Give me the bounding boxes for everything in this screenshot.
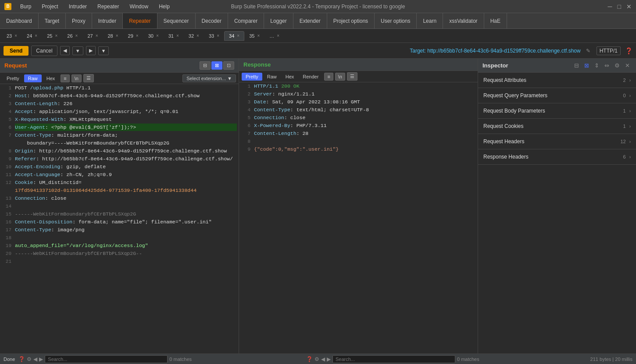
repeater-tab-24[interactable]: 24 × <box>22 31 42 41</box>
response-fmt-newline[interactable]: \n <box>335 73 345 81</box>
menu-window[interactable]: Window <box>128 3 150 11</box>
close-tab-icon[interactable]: × <box>96 33 98 38</box>
response-fmt-hex[interactable]: Hex <box>282 73 298 81</box>
menu-burp[interactable]: Burp <box>18 3 33 11</box>
request-code-area[interactable]: 1POST /upload.php HTTP/1.12Host: b65bb7c… <box>0 84 239 353</box>
close-tab-icon[interactable]: × <box>277 33 279 38</box>
repeater-tab-26[interactable]: 26 × <box>62 31 82 41</box>
cancel-button[interactable]: Cancel <box>31 46 57 56</box>
repeater-tab-30[interactable]: 30 × <box>143 31 164 41</box>
prev-button[interactable]: ◀ <box>60 46 70 55</box>
nav-tab-sequencer[interactable]: Sequencer <box>157 13 196 28</box>
send-button[interactable]: Send <box>4 46 29 56</box>
close-tab-icon[interactable]: × <box>136 33 139 38</box>
request-search-help[interactable]: ❓ <box>18 356 25 362</box>
close-tab-icon[interactable]: × <box>116 33 118 38</box>
close-tab-icon[interactable]: × <box>197 33 199 38</box>
close-tab-icon[interactable]: × <box>156 33 159 38</box>
inspector-settings[interactable]: ⚙ <box>613 61 622 70</box>
help-icon[interactable]: ❓ <box>625 47 632 54</box>
close-tab-icon[interactable]: × <box>75 33 78 38</box>
close-tab-icon[interactable]: × <box>14 33 17 38</box>
response-fmt-menu[interactable]: ☰ <box>347 72 357 81</box>
request-fmt-newline[interactable]: \n <box>71 74 82 82</box>
nav-tab-decoder[interactable]: Decoder <box>196 13 228 28</box>
menu-help[interactable]: Help <box>157 3 172 11</box>
response-fmt-raw[interactable]: Raw <box>263 73 281 81</box>
response-search-help[interactable]: ❓ <box>306 356 313 362</box>
nav-tab-project-options[interactable]: Project options <box>327 13 375 28</box>
select-extension-button[interactable]: Select extension... ▼ <box>182 74 236 82</box>
request-view-split-v[interactable]: ⊟ <box>200 61 211 70</box>
request-fmt-hex[interactable]: Hex <box>43 74 59 82</box>
close-tab-icon[interactable]: × <box>217 33 219 38</box>
nav-tab-repeater[interactable]: Repeater <box>123 13 157 28</box>
menu-intruder[interactable]: Intruder <box>67 3 89 11</box>
maximize-button[interactable]: □ <box>618 3 621 10</box>
response-fmt-pretty[interactable]: Pretty <box>242 73 262 81</box>
close-tab-icon[interactable]: × <box>257 33 260 38</box>
nav-tab-hae[interactable]: HaE <box>484 13 507 28</box>
close-tab-icon[interactable]: × <box>55 33 57 38</box>
minimize-button[interactable]: ─ <box>608 3 612 10</box>
inspector-align[interactable]: ⇕ <box>593 61 601 70</box>
request-fmt-menu[interactable]: ☰ <box>83 74 94 82</box>
inspector-section-header[interactable]: Request Body Parameters 1 › <box>478 103 636 118</box>
inspector-section-header[interactable]: Request Headers 12 › <box>478 134 636 149</box>
response-fmt-render[interactable]: Render <box>299 73 322 81</box>
request-search-input[interactable] <box>45 355 168 363</box>
nav-tab-xssvalidator[interactable]: xssValidator <box>443 13 484 28</box>
nav-tab-learn[interactable]: Learn <box>417 13 443 28</box>
repeater-tab-31[interactable]: 31 × <box>164 31 184 41</box>
response-search-prev[interactable]: ◀ <box>321 356 325 362</box>
inspector-icon-2[interactable]: ⊠ <box>582 61 591 70</box>
request-search-prev[interactable]: ◀ <box>33 356 37 362</box>
next-button[interactable]: ▶ <box>86 46 96 55</box>
request-fmt-pretty[interactable]: Pretty <box>3 74 23 82</box>
nav-dropdown[interactable]: ▼ <box>72 46 83 55</box>
response-code-area[interactable]: 1HTTP/1.1 200 OK2Server: nginx/1.21.13Da… <box>239 82 478 353</box>
request-fmt-table[interactable]: ≡ <box>61 74 69 82</box>
request-fmt-raw[interactable]: Raw <box>24 74 42 82</box>
inspector-icon-1[interactable]: ⊟ <box>572 61 581 70</box>
nav-tab-dashboard[interactable]: Dashboard <box>0 13 39 28</box>
request-view-split-h[interactable]: ⊠ <box>211 61 222 70</box>
repeater-tab-29[interactable]: 29 × <box>123 31 143 41</box>
repeater-tab-23[interactable]: 23 × <box>2 31 22 41</box>
request-view-single[interactable]: ⊡ <box>223 61 234 70</box>
http-version[interactable]: HTTP/1 <box>597 46 621 55</box>
repeater-tab-35[interactable]: 35 × <box>244 31 264 41</box>
repeater-tab-25[interactable]: 25 × <box>42 31 62 41</box>
close-tab-icon[interactable]: × <box>237 33 239 38</box>
repeater-tab-33[interactable]: 33 × <box>204 31 224 41</box>
close-button[interactable]: ✕ <box>626 3 632 10</box>
repeater-tab-27[interactable]: 27 × <box>82 31 103 41</box>
edit-icon[interactable]: ✎ <box>586 48 590 54</box>
menu-repeater[interactable]: Repeater <box>96 3 121 11</box>
nav-tab-target[interactable]: Target <box>39 13 66 28</box>
inspector-section-header[interactable]: Request Cookies 1 › <box>478 119 636 134</box>
response-search-next[interactable]: ▶ <box>327 356 331 362</box>
nav-tab-extender[interactable]: Extender <box>293 13 327 28</box>
inspector-collapse[interactable]: ⇔ <box>603 61 611 70</box>
repeater-tab-28[interactable]: 28 × <box>103 31 123 41</box>
inspector-section-header[interactable]: Request Query Parameters 0 › <box>478 88 636 103</box>
menu-project[interactable]: Project <box>40 3 60 11</box>
inspector-close[interactable]: ✕ <box>623 61 632 70</box>
repeater-tab-32[interactable]: 32 × <box>184 31 204 41</box>
nav-tab-user-options[interactable]: User options <box>375 13 417 28</box>
response-fmt-table[interactable]: ≡ <box>324 73 333 81</box>
close-tab-icon[interactable]: × <box>35 33 37 38</box>
nav-tab-intruder[interactable]: Intruder <box>92 13 123 28</box>
nav-tab-comparer[interactable]: Comparer <box>228 13 264 28</box>
inspector-section-header[interactable]: Request Attributes 2 › <box>478 73 636 88</box>
repeater-tab-34[interactable]: 34 × <box>224 31 244 41</box>
close-tab-icon[interactable]: × <box>176 33 179 38</box>
nav-tab-proxy[interactable]: Proxy <box>66 13 92 28</box>
request-search-next[interactable]: ▶ <box>39 356 43 362</box>
inspector-section-header[interactable]: Response Headers 6 › <box>478 149 636 164</box>
response-search-settings[interactable]: ⚙ <box>314 356 319 362</box>
request-search-settings[interactable]: ⚙ <box>27 356 32 362</box>
repeater-tab-…[interactable]: … × <box>264 31 284 41</box>
next-dropdown[interactable]: ▼ <box>98 46 109 55</box>
